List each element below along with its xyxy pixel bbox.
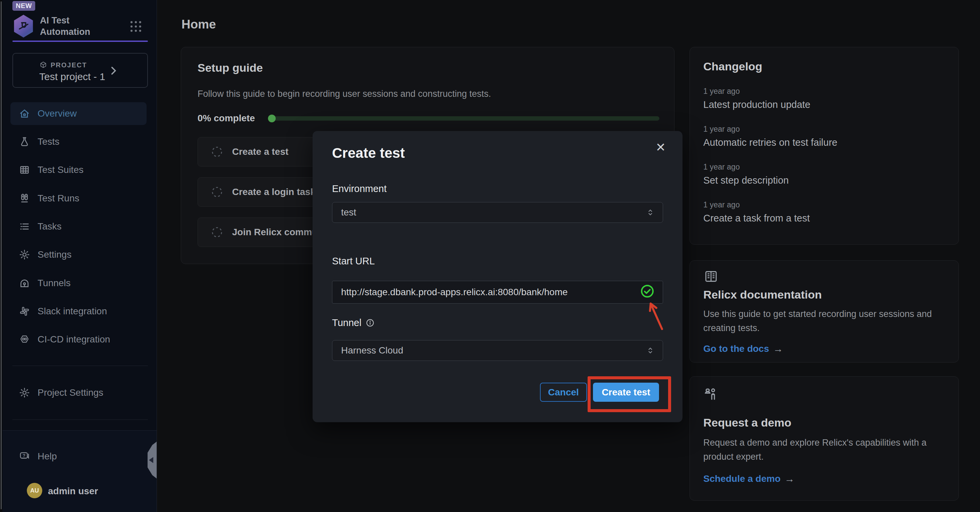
project-selector[interactable]: PROJECT Test project - 1 bbox=[13, 53, 148, 88]
tunnel-label: Tunnel bbox=[332, 317, 375, 328]
test-runs-icon bbox=[19, 193, 30, 204]
progress-indicator bbox=[268, 114, 276, 122]
info-icon[interactable] bbox=[366, 318, 375, 327]
sidebar-item-label: Help bbox=[38, 451, 57, 462]
project-kicker: PROJECT bbox=[39, 61, 87, 69]
changelog-time: 1 year ago bbox=[703, 125, 945, 134]
sidebar-item-label: Project Settings bbox=[38, 387, 103, 398]
app-title: AI Test Automation bbox=[40, 15, 100, 38]
collapse-arrow-icon bbox=[149, 457, 153, 463]
documentation-card: Relicx documentation Use this guide to g… bbox=[690, 260, 959, 363]
sidebar-item-cicd-integration[interactable]: CI-CD integration bbox=[10, 328, 146, 351]
go-to-docs-link[interactable]: Go to the docs → bbox=[703, 343, 783, 355]
start-url-label: Start URL bbox=[332, 256, 375, 267]
page-scrollbar[interactable] bbox=[0, 0, 2, 512]
sidebar-divider bbox=[13, 366, 148, 366]
url-valid-check-icon bbox=[640, 284, 655, 298]
sidebar-item-settings[interactable]: Settings bbox=[10, 243, 146, 266]
progress-label: 0% complete bbox=[197, 113, 255, 124]
gear-icon bbox=[19, 387, 30, 398]
link-label: Go to the docs bbox=[703, 344, 769, 354]
sidebar-item-label: Slack integration bbox=[38, 306, 107, 317]
close-icon[interactable]: ✕ bbox=[652, 139, 669, 156]
arrow-right-icon: → bbox=[784, 473, 794, 485]
sidebar-item-label: Tasks bbox=[38, 221, 62, 232]
environment-select[interactable]: test bbox=[332, 202, 663, 223]
grid-menu-icon[interactable] bbox=[129, 19, 143, 34]
create-test-modal: ✕ Create test Environment test Start URL… bbox=[313, 131, 682, 422]
changelog-text: Latest production update bbox=[703, 99, 945, 110]
documentation-title: Relicx documentation bbox=[703, 288, 822, 301]
dashed-circle-icon bbox=[211, 185, 223, 198]
dashed-circle-icon bbox=[211, 226, 223, 239]
avatar: AU bbox=[27, 483, 42, 498]
sidebar-item-tunnels[interactable]: Tunnels bbox=[10, 272, 146, 295]
table-grid-icon bbox=[19, 164, 30, 176]
arrow-right-icon: → bbox=[773, 343, 783, 355]
changelog-time: 1 year ago bbox=[703, 163, 945, 171]
task-list-icon bbox=[19, 221, 30, 232]
start-url-input[interactable] bbox=[332, 281, 663, 304]
user-menu[interactable]: AU admin user bbox=[10, 479, 146, 502]
setup-guide-title: Setup guide bbox=[197, 61, 263, 75]
app-logo bbox=[13, 15, 34, 38]
progress-bar bbox=[269, 116, 659, 120]
changelog-entry[interactable]: 1 year ago Create a task from a test bbox=[703, 200, 945, 224]
environment-label: Environment bbox=[332, 183, 387, 194]
help-chat-icon: ? bbox=[19, 451, 30, 462]
gear-icon bbox=[19, 249, 30, 260]
sidebar-item-label: Test Suites bbox=[38, 165, 84, 175]
sidebar-item-help[interactable]: ? Help bbox=[10, 445, 146, 468]
changelog-time: 1 year ago bbox=[703, 200, 945, 209]
changelog-card: Changelog 1 year ago Latest production u… bbox=[690, 47, 959, 245]
changelog-title: Changelog bbox=[703, 60, 762, 73]
create-test-button[interactable]: Create test bbox=[593, 383, 659, 402]
changelog-text: Create a task from a test bbox=[703, 213, 945, 224]
select-chevrons-icon bbox=[645, 208, 655, 217]
dashed-circle-icon bbox=[211, 146, 223, 158]
changelog-text: Automatic retries on test failure bbox=[703, 137, 945, 148]
cancel-button[interactable]: Cancel bbox=[540, 383, 587, 402]
slack-icon bbox=[19, 306, 30, 317]
sidebar-item-tasks[interactable]: Tasks bbox=[10, 215, 146, 238]
tunnel-label-text: Tunnel bbox=[332, 317, 361, 328]
sidebar-item-test-runs[interactable]: Test Runs bbox=[10, 187, 146, 210]
select-chevrons-icon bbox=[645, 346, 655, 355]
book-icon bbox=[703, 269, 719, 284]
sidebar-item-overview[interactable]: Overview bbox=[10, 102, 146, 125]
cube-icon bbox=[39, 61, 47, 69]
tunnel-select[interactable]: Harness Cloud bbox=[332, 340, 663, 361]
setup-step-label: Create a login task bbox=[232, 187, 316, 197]
request-demo-title: Request a demo bbox=[703, 416, 792, 429]
modal-title: Create test bbox=[332, 145, 405, 161]
changelog-entry[interactable]: 1 year ago Set step description bbox=[703, 163, 945, 186]
cicd-link-icon bbox=[19, 334, 30, 345]
sidebar-item-tests[interactable]: Tests bbox=[10, 130, 146, 153]
sidebar-item-label: Overview bbox=[38, 108, 77, 119]
flask-icon bbox=[19, 136, 30, 147]
changelog-text: Set step description bbox=[703, 175, 945, 186]
changelog-entry[interactable]: 1 year ago Latest production update bbox=[703, 87, 945, 110]
logo-glyph-icon bbox=[16, 19, 31, 33]
tunnel-value: Harness Cloud bbox=[341, 345, 403, 356]
sidebar-item-test-suites[interactable]: Test Suites bbox=[10, 159, 146, 181]
link-label: Schedule a demo bbox=[703, 474, 780, 484]
sidebar-item-label: Test Runs bbox=[38, 193, 80, 204]
scrollbar-thumb[interactable] bbox=[1, 2, 2, 509]
sidebar-item-project-settings[interactable]: Project Settings bbox=[10, 381, 146, 404]
sidebar-item-label: Tunnels bbox=[38, 278, 71, 288]
request-demo-description: Request a demo and explore Relicx's capa… bbox=[703, 436, 943, 464]
new-badge: NEW bbox=[13, 1, 35, 11]
home-icon bbox=[19, 108, 30, 119]
sidebar-item-label: Settings bbox=[38, 249, 72, 260]
schedule-demo-link[interactable]: Schedule a demo → bbox=[703, 473, 794, 485]
environment-value: test bbox=[341, 207, 356, 218]
project-kicker-label: PROJECT bbox=[51, 61, 87, 69]
sidebar: NEW AI Test Automation PROJECT Test proj… bbox=[2, 0, 157, 512]
svg-text:?: ? bbox=[23, 453, 25, 458]
tunnel-icon bbox=[19, 277, 30, 289]
changelog-entry[interactable]: 1 year ago Automatic retries on test fai… bbox=[703, 125, 945, 148]
sidebar-item-label: CI-CD integration bbox=[38, 334, 110, 345]
setup-step-label: Create a test bbox=[232, 146, 288, 157]
sidebar-item-slack-integration[interactable]: Slack integration bbox=[10, 300, 146, 323]
